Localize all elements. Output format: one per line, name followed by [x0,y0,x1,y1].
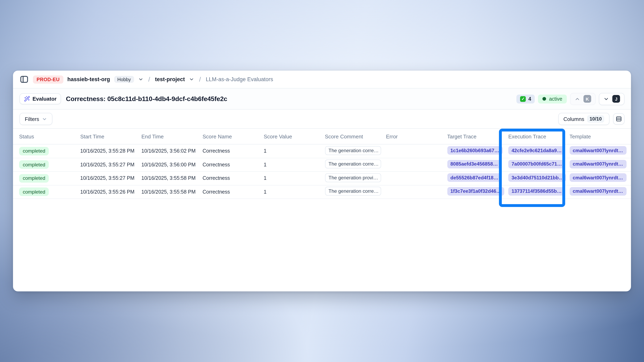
evaluator-type-badge: Evaluator [20,93,61,104]
template-link[interactable]: cmal6wart007lynrdt… [570,160,626,169]
check-icon: ✓ [520,96,526,102]
execution-trace-cell: 42cfe2e9c621da8a9… [508,146,570,156]
target-trace-link[interactable]: 1f3c7ee3f1a0f32d46… [447,187,504,196]
target-trace-link[interactable]: de55526b87ed4f18… [447,174,502,182]
end-time-cell: 10/16/2025, 3:55:58 PM [142,176,202,181]
sidebar-toggle-button[interactable] [20,75,29,84]
breadcrumb-separator: / [198,76,202,83]
execution-trace-link[interactable]: 7a00007b00fd65c71… [508,160,565,169]
score-value-cell: 1 [264,189,325,195]
start-time-cell: 10/16/2025, 3:55:27 PM [80,162,142,168]
table-row[interactable]: completed10/16/2025, 3:55:27 PM10/16/202… [13,172,631,185]
score-name-cell: Correctness [202,189,264,195]
status-cell: completed [19,147,80,156]
template-link[interactable]: cmal6wart007lynrdt… [570,187,626,196]
score-comment-cell: The generation provi… [325,173,386,183]
score-name-cell: Correctness [202,176,264,181]
status-cell: completed [19,188,80,196]
execution-trace-link[interactable]: 3e3d40d75110d21bb… [508,174,566,182]
chevron-down-icon [603,96,609,102]
status-badge: completed [19,147,49,156]
end-time-cell: 10/16/2025, 3:56:00 PM [142,162,202,168]
panel-left-icon [20,76,28,83]
evaluator-header: Evaluator Correctness: 05c8c11d-b110-4db… [13,88,631,110]
score-comment-box[interactable]: The generation provi… [325,173,381,182]
environment-badge: PROD-EU [33,75,64,83]
breadcrumb: PROD-EU hassieb-test-org Hobby / test-pr… [13,71,631,88]
columns-label: Columns [563,116,584,122]
success-count-badge: ✓ 4 [516,94,535,103]
breadcrumb-org[interactable]: hassieb-test-org [68,76,110,82]
score-value-cell: 1 [264,176,325,181]
template-cell: cmal6wart007lynrdt… [570,146,630,156]
status-label: active [549,96,562,102]
score-comment-box[interactable]: The generation corre… [325,146,381,155]
template-cell: cmal6wart007lynrdt… [570,187,630,197]
table-row[interactable]: completed10/16/2025, 3:55:28 PM10/16/202… [13,145,631,158]
target-trace-cell: 1c1e6b260b693a67… [447,146,508,156]
table-body: completed10/16/2025, 3:55:28 PM10/16/202… [13,145,631,199]
score-value-cell: 1 [264,162,325,168]
status-badge: active [538,94,567,103]
execution-trace-link[interactable]: 42cfe2e9c621da8a9… [508,146,565,155]
status-badge: completed [19,161,49,169]
column-header-execution-trace[interactable]: Execution Trace [508,133,570,139]
column-header-end-time[interactable]: End Time [142,133,202,139]
keyboard-shortcut-j: J [612,95,620,103]
score-comment-box[interactable]: The generation corre… [325,187,381,196]
filters-label: Filters [25,116,39,122]
column-header-score-comment[interactable]: Score Comment [325,133,386,139]
status-badge: completed [19,174,49,183]
column-header-status[interactable]: Status [19,133,80,139]
plan-badge: Hobby [114,76,134,83]
column-header-target-trace[interactable]: Target Trace [447,133,508,139]
execution-trace-cell: 7a00007b00fd65c71… [508,160,570,170]
table-row[interactable]: completed10/16/2025, 3:55:27 PM10/16/202… [13,158,631,172]
table-row[interactable]: completed10/16/2025, 3:55:26 PM10/16/202… [13,185,631,199]
app-window: PROD-EU hassieb-test-org Hobby / test-pr… [13,71,631,291]
end-time-cell: 10/16/2025, 3:56:02 PM [142,148,202,154]
start-time-cell: 10/16/2025, 3:55:28 PM [80,148,142,154]
status-badge: completed [19,188,49,196]
column-header-start-time[interactable]: Start Time [80,133,142,139]
template-link[interactable]: cmal6wart007lynrdt… [570,174,626,182]
keyboard-shortcut-k: K [584,95,591,103]
score-comment-box[interactable]: The generation corre… [325,160,381,169]
status-cell: completed [19,161,80,169]
column-header-score-name[interactable]: Score Name [202,133,264,139]
score-comment-cell: The generation corre… [325,160,386,170]
execution-trace-link[interactable]: 13737114f3586d55b… [508,187,565,196]
target-trace-cell: 1f3c7ee3f1a0f32d46… [447,187,508,197]
columns-count-badge: 10/10 [587,115,604,123]
template-link[interactable]: cmal6wart007lynrdt… [570,146,626,155]
project-switcher-button[interactable] [189,77,194,82]
column-header-score-value[interactable]: Score Value [264,133,325,139]
table-toolbar: Filters Columns 10/10 [13,110,631,128]
chevron-up-icon [574,96,580,102]
target-trace-link[interactable]: 8085aefd3e456858… [447,160,501,169]
breadcrumb-project[interactable]: test-project [155,76,185,82]
score-value-cell: 1 [264,148,325,154]
next-item-button[interactable]: J [599,93,624,105]
column-header-error[interactable]: Error [386,133,447,139]
chevron-down-icon [189,77,194,82]
score-name-cell: Correctness [202,162,264,168]
template-cell: cmal6wart007lynrdt… [570,174,630,183]
execution-trace-cell: 3e3d40d75110d21bb… [508,174,570,183]
columns-button[interactable]: Columns 10/10 [558,113,610,125]
previous-item-button[interactable]: K [570,93,596,105]
evaluator-type-label: Evaluator [32,96,57,102]
breadcrumb-page[interactable]: LLM-as-a-Judge Evaluators [206,76,273,82]
target-trace-link[interactable]: 1c1e6b260b693a67… [447,146,502,155]
org-switcher-button[interactable] [138,77,144,82]
row-height-button[interactable] [613,113,624,125]
status-cell: completed [19,174,80,183]
chevron-down-icon [42,116,47,122]
score-name-cell: Correctness [202,148,264,154]
rows-icon [616,116,622,122]
table-header-row: Status Start Time End Time Score Name Sc… [13,129,631,145]
template-cell: cmal6wart007lynrdt… [570,160,630,170]
end-time-cell: 10/16/2025, 3:55:58 PM [142,189,202,195]
filters-button[interactable]: Filters [20,113,52,125]
column-header-template[interactable]: Template [570,133,630,139]
